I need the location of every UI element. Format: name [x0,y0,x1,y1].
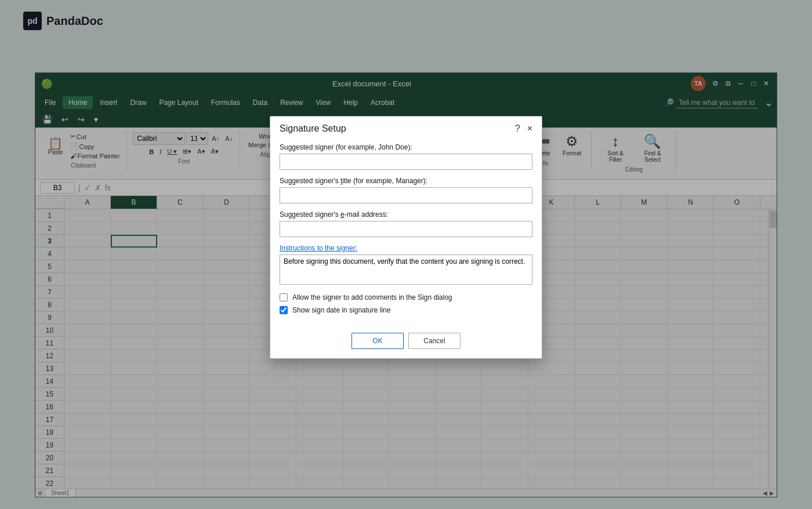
signature-setup-dialog: Signature Setup ? × Suggested signer (fo… [270,116,542,359]
allow-comments-checkbox[interactable] [280,293,288,301]
email-label: Suggested signer's e-mail address: [280,210,532,219]
allow-comments-row: Allow the signer to add comments in the … [280,293,532,301]
show-date-label: Show sign date in signature line [292,306,390,314]
instructions-label[interactable]: Instructions to the signer: [280,244,532,252]
instructions-textarea[interactable]: Before signing this document, verify tha… [280,254,532,285]
modal-title: Signature Setup [280,123,346,134]
title-field-group: Suggested signer's title (for example, M… [280,177,532,203]
email-input[interactable] [280,221,532,237]
show-date-row: Show sign date in signature line [280,306,532,314]
close-dialog-btn[interactable]: × [527,123,532,134]
ok-button[interactable]: OK [351,333,404,349]
cancel-button[interactable]: Cancel [408,333,461,349]
help-icon[interactable]: ? [515,123,520,134]
email-field-group: Suggested signer's e-mail address: [280,210,532,237]
show-date-checkbox[interactable] [280,306,288,314]
modal-footer: OK Cancel [270,328,542,358]
modal-title-bar: Signature Setup ? × [270,117,542,139]
signer-label: Suggested signer (for example, John Doe)… [280,143,532,151]
instructions-group: Instructions to the signer: Before signi… [280,244,532,286]
modal-overlay: Signature Setup ? × Suggested signer (fo… [0,0,812,509]
allow-comments-label: Allow the signer to add comments in the … [292,293,452,301]
modal-body: Suggested signer (for example, John Doe)… [270,139,542,328]
title-label: Suggested signer's title (for example, M… [280,177,532,185]
title-input[interactable] [280,187,532,203]
signer-input[interactable] [280,154,532,170]
signer-field-group: Suggested signer (for example, John Doe)… [280,143,532,170]
